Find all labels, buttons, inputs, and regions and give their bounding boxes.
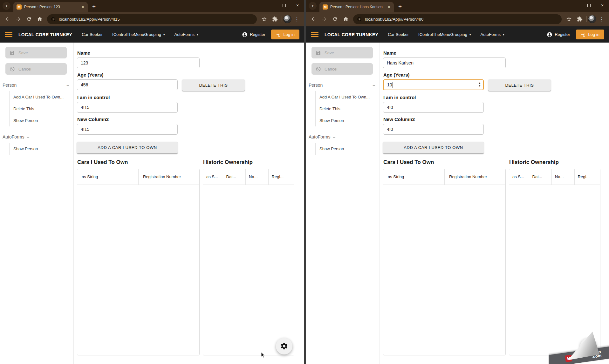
nav-icontrolthemenugrouping[interactable]: IControlTheMenuGrouping▾ xyxy=(418,32,471,37)
reload-button[interactable] xyxy=(330,14,340,24)
save-button[interactable]: Save xyxy=(311,47,373,58)
sidebar-item-show-person[interactable]: Show Person xyxy=(316,115,380,126)
sidebar-item-show-person-autoforms[interactable]: Show Person xyxy=(316,143,380,155)
new-tab-button[interactable]: + xyxy=(92,3,96,10)
maximize-button[interactable] xyxy=(582,0,596,11)
address-bar[interactable]: localhost:8182/App#/Person/4!0 xyxy=(353,14,562,24)
bookmark-button[interactable] xyxy=(564,14,574,24)
save-button[interactable]: Save xyxy=(5,47,67,58)
forward-icon xyxy=(15,16,21,22)
column-header-as-s[interactable]: as S... xyxy=(203,169,223,185)
column-header-na[interactable]: Na... xyxy=(245,169,268,185)
settings-fab[interactable] xyxy=(276,338,292,354)
sidebar-item-show-person-autoforms[interactable]: Show Person xyxy=(10,143,73,155)
add-a-car-button[interactable]: ADD A CAR I USED TO OWN xyxy=(77,142,178,153)
browser-tab[interactable]: M Person : Person: Hans Karlsen × xyxy=(319,2,394,12)
column-header-na[interactable]: Na... xyxy=(551,169,574,185)
back-button[interactable] xyxy=(2,14,13,24)
login-button[interactable]: Log in xyxy=(576,30,604,39)
spinner-up-icon[interactable]: ▲ xyxy=(478,82,481,84)
add-a-car-button[interactable]: ADD A CAR I USED TO OWN xyxy=(383,142,484,153)
app-brand[interactable]: LOCAL CORE TURNKEY xyxy=(325,32,378,37)
column-header-regi[interactable]: Regi... xyxy=(574,169,600,185)
sidebar-item-add-a-car[interactable]: Add A Car I Used To Own... xyxy=(316,91,380,103)
sidebar-group-autoforms-header[interactable]: AutoForms – xyxy=(306,133,380,141)
gear-icon xyxy=(280,342,288,350)
address-bar[interactable]: localhost:8182/App#/Person/4!15 xyxy=(47,14,257,24)
column-header-as-s[interactable]: as S... xyxy=(509,169,529,185)
sidebar-group-person-header[interactable]: Person – xyxy=(306,81,380,89)
url-text[interactable]: localhost:8182/App#/Person/4!15 xyxy=(59,17,120,22)
number-spinner[interactable]: ▲ ▼ xyxy=(478,82,481,87)
forward-button[interactable] xyxy=(13,14,24,24)
nav-car-seeker[interactable]: Car Seeker xyxy=(388,32,409,37)
column-header-registration-number[interactable]: Registration Number xyxy=(444,169,505,185)
back-button[interactable] xyxy=(308,14,319,24)
profile-avatar[interactable] xyxy=(283,15,291,23)
browser-menu-button[interactable]: ⋮ xyxy=(596,14,607,24)
column-header-regi[interactable]: Regi... xyxy=(268,169,294,185)
hamburger-menu-icon[interactable] xyxy=(5,32,12,37)
login-button[interactable]: Log in xyxy=(271,30,299,39)
maximize-button[interactable] xyxy=(277,0,291,11)
extensions-button[interactable] xyxy=(574,14,585,24)
browser-menu-button[interactable]: ⋮ xyxy=(291,14,302,24)
age-input[interactable] xyxy=(77,79,178,90)
tab-close-icon[interactable]: × xyxy=(80,4,86,10)
home-button[interactable] xyxy=(340,14,351,24)
i-am-in-control-input[interactable] xyxy=(77,102,178,113)
minimize-button[interactable]: – xyxy=(264,0,277,11)
name-input[interactable] xyxy=(77,57,200,68)
url-text[interactable]: localhost:8182/App#/Person/4!0 xyxy=(365,17,423,22)
forward-button[interactable] xyxy=(319,14,330,24)
close-window-button[interactable]: × xyxy=(596,0,609,11)
i-am-in-control-input[interactable] xyxy=(383,102,484,113)
sidebar-group-autoforms-header[interactable]: AutoForms – xyxy=(0,133,73,141)
minimize-button[interactable]: – xyxy=(569,0,582,11)
column-header-dat[interactable]: Dat... xyxy=(223,169,246,185)
cars-table-header: as String Registration Number xyxy=(77,169,199,185)
sidebar-item-delete-this[interactable]: Delete This xyxy=(10,103,73,115)
new-column2-input[interactable] xyxy=(383,124,484,135)
home-button[interactable] xyxy=(34,14,45,24)
column-header-dat[interactable]: Dat... xyxy=(529,169,552,185)
column-header-as-string[interactable]: as String xyxy=(383,169,444,185)
nav-autoforms[interactable]: AutoForms▾ xyxy=(174,32,198,37)
collapse-icon: – xyxy=(373,83,375,88)
cancel-button[interactable]: Cancel xyxy=(5,63,67,75)
sidebar-item-add-a-car[interactable]: Add A Car I Used To Own... xyxy=(10,91,73,103)
extensions-button[interactable] xyxy=(270,14,280,24)
sidebar-item-delete-this[interactable]: Delete This xyxy=(316,103,380,115)
column-header-registration-number[interactable]: Registration Number xyxy=(138,169,199,185)
new-column2-input[interactable] xyxy=(77,124,178,135)
register-button[interactable]: Register xyxy=(547,32,570,37)
site-info-icon[interactable] xyxy=(51,17,56,22)
delete-this-button[interactable]: DELETE THIS xyxy=(182,79,245,91)
sidebar-group-person-header[interactable]: Person – xyxy=(0,81,73,89)
profile-avatar[interactable] xyxy=(588,15,596,23)
login-icon xyxy=(276,32,281,37)
close-window-button[interactable]: × xyxy=(291,0,304,11)
name-input[interactable] xyxy=(383,57,506,68)
browser-tab[interactable]: M Person : Person: 123 × xyxy=(13,2,88,12)
delete-this-button[interactable]: DELETE THIS xyxy=(488,79,551,91)
hamburger-menu-icon[interactable] xyxy=(311,32,318,37)
tab-search-button[interactable]: ▾ xyxy=(3,2,10,10)
reload-button[interactable] xyxy=(24,14,34,24)
spinner-down-icon[interactable]: ▼ xyxy=(478,84,481,87)
bookmark-button[interactable] xyxy=(259,14,270,24)
site-info-icon[interactable] xyxy=(357,17,362,22)
app-brand[interactable]: LOCAL CORE TURNKEY xyxy=(18,32,72,37)
age-input[interactable] xyxy=(383,79,484,90)
register-button[interactable]: Register xyxy=(242,32,265,37)
nav-icontrolthemenugrouping[interactable]: IControlTheMenuGrouping▾ xyxy=(112,32,165,37)
nav-car-seeker[interactable]: Car Seeker xyxy=(82,32,103,37)
column-header-as-string[interactable]: as String xyxy=(77,169,138,185)
reload-icon xyxy=(26,16,32,22)
tab-search-button[interactable]: ▾ xyxy=(309,2,317,10)
tab-close-icon[interactable]: × xyxy=(386,4,392,10)
sidebar-item-show-person[interactable]: Show Person xyxy=(10,115,73,126)
cancel-button[interactable]: Cancel xyxy=(311,63,373,75)
new-tab-button[interactable]: + xyxy=(398,3,402,10)
nav-autoforms[interactable]: AutoForms▾ xyxy=(480,32,504,37)
